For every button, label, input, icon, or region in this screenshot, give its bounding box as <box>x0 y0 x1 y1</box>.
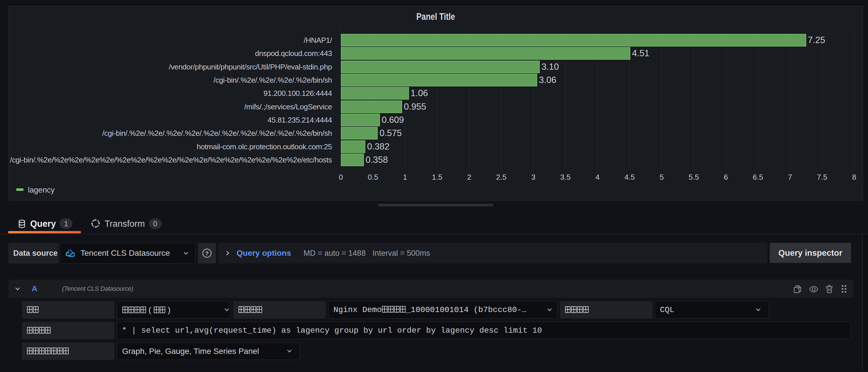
svg-text:?: ? <box>205 250 209 256</box>
